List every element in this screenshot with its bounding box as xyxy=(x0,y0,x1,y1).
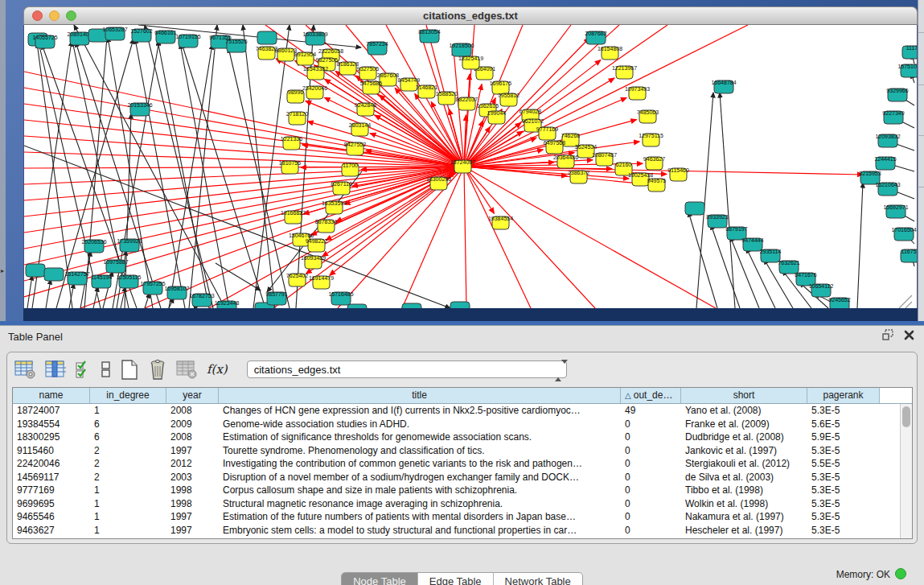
select-columns-button[interactable] xyxy=(74,358,93,381)
column-header-year[interactable]: year xyxy=(166,388,219,403)
table-cell: 2008 xyxy=(166,431,219,444)
table-cell: Investigating the contribution of common… xyxy=(219,457,621,471)
window-titlebar[interactable]: citations_edges.txt xyxy=(23,6,918,25)
table-cell: 22420046 xyxy=(13,457,90,471)
float-panel-icon[interactable] xyxy=(882,329,894,340)
table-row[interactable]: 969969511998Structural magnetic resonanc… xyxy=(13,497,912,511)
network-canvas[interactable]: 1405572520891406106532871527602646616110… xyxy=(23,25,918,308)
graph-node-label: 9857791 xyxy=(265,291,287,297)
graph-node[interactable] xyxy=(450,302,470,308)
table-cell: de Silva et al. (2003) xyxy=(681,471,807,484)
column-header-pagerank[interactable]: pagerank xyxy=(807,388,880,403)
graph-node-label: 23420046 xyxy=(302,85,327,91)
close-panel-icon[interactable] xyxy=(904,330,914,340)
table-cell: Yano et al. (2008) xyxy=(681,404,807,418)
table-row[interactable]: 1938455462009Genome-wide association stu… xyxy=(13,418,912,431)
table-cell: 18300295 xyxy=(13,431,90,444)
table-row[interactable]: 1872400712008Changes of HCN gene express… xyxy=(13,404,912,418)
graph-node-label: 15751074 xyxy=(897,64,917,69)
graph-node[interactable] xyxy=(44,268,64,281)
graph-node-label: 9245652 xyxy=(828,297,850,303)
create-table-button[interactable] xyxy=(119,358,140,381)
row-height-button[interactable] xyxy=(101,358,112,381)
table-row[interactable]: 911546021997Tourette syndrome. Phenomeno… xyxy=(13,444,912,458)
graph-node-label: 6497568 xyxy=(544,140,565,146)
table-settings-icon xyxy=(14,359,36,380)
attribute-table[interactable]: namein_degreeyeartitle△out_de…shortpager… xyxy=(12,387,913,539)
graph-node[interactable] xyxy=(685,202,704,215)
table-row[interactable]: 1830029562008Estimation of significance … xyxy=(13,431,912,444)
table-row[interactable]: 946362711997Embryonic stem cells: a mode… xyxy=(13,524,912,538)
table-cell: 1 xyxy=(90,524,166,538)
table-scrollbar[interactable] xyxy=(900,404,912,538)
table-panel-body: f(x)citations_edges.txt namein_degreeyea… xyxy=(6,352,918,544)
table-settings-button[interactable] xyxy=(14,358,37,381)
table-row[interactable]: 2242004622012Investigating the contribut… xyxy=(13,457,912,471)
graph-node-label: 949575 xyxy=(647,178,666,183)
column-header-out-de-[interactable]: △out_de… xyxy=(621,388,681,403)
graph-node[interactable] xyxy=(26,264,45,277)
table-cell: 5.3E-5 xyxy=(807,524,880,538)
function-builder-button[interactable]: f(x) xyxy=(206,361,228,377)
table-panel-header: Table Panel xyxy=(0,326,924,347)
table-row[interactable]: 977716911998Corpus callosum shape and si… xyxy=(13,484,912,497)
table-select-dropdown[interactable]: citations_edges.txt xyxy=(247,360,567,378)
graph-node-label: 1145194 xyxy=(91,274,113,280)
network-graph[interactable]: 1405572520891406106532871527602646616110… xyxy=(24,25,917,308)
table-cell: 9777169 xyxy=(13,484,90,497)
table-cell: Wolkin et al. (1998) xyxy=(681,497,807,511)
table-cell: 1 xyxy=(90,404,166,418)
table-cell: 1997 xyxy=(166,510,219,524)
table-row[interactable]: 946554611997Estimation of the future num… xyxy=(13,510,912,524)
expand-panel-arrow-icon[interactable]: ▸ xyxy=(1,267,4,274)
table-body[interactable]: 1872400712008Changes of HCN gene express… xyxy=(13,404,912,537)
function-builder-icon: f(x) xyxy=(207,364,228,376)
column-header-short[interactable]: short xyxy=(681,388,807,403)
graph-node[interactable] xyxy=(402,303,421,308)
red-edge xyxy=(464,167,595,308)
graph-node[interactable] xyxy=(347,304,367,308)
column-header-title[interactable]: title xyxy=(219,388,621,403)
delete-rows-button[interactable] xyxy=(147,358,168,381)
table-cell: Embryonic stem cells: a model to study s… xyxy=(219,524,621,538)
column-display-button[interactable] xyxy=(44,358,67,381)
red-edge xyxy=(464,167,494,213)
column-header-name[interactable]: name xyxy=(13,388,90,403)
graph-node-label: 10807487 xyxy=(592,152,617,158)
table-cell: 9699695 xyxy=(13,497,90,511)
table-row[interactable]: 1456911722003Disruption of a novel membe… xyxy=(13,471,912,484)
table-cell: 0 xyxy=(621,484,681,497)
table-cell: 5.3E-5 xyxy=(807,444,880,458)
graph-node-label: 1527602 xyxy=(130,28,152,34)
graph-node[interactable] xyxy=(257,31,277,44)
table-cell: 0 xyxy=(621,418,681,431)
graph-node-label: 20153346 xyxy=(127,102,152,108)
graph-node-label: 18300295 xyxy=(426,176,451,182)
table-cell: 2012 xyxy=(166,457,219,471)
table-cell: Dudbridge et al. (2008) xyxy=(681,431,807,444)
graph-node-label: 11923448 xyxy=(215,300,240,306)
table-select-value: citations_edges.txt xyxy=(254,364,341,376)
resize-grip-icon[interactable] xyxy=(899,295,912,308)
network-view-window[interactable]: citations_edges.txt 14055725208914061065… xyxy=(23,6,918,321)
scrollbar-thumb[interactable] xyxy=(902,406,910,427)
graph-node-label: 10654112 xyxy=(809,283,834,289)
graph-node-label: 9474444 xyxy=(741,237,763,243)
delete-rows-icon xyxy=(148,359,167,381)
delete-table-button[interactable] xyxy=(175,358,199,381)
memory-status-indicator[interactable] xyxy=(895,568,906,579)
graph-node-label: 9115460 xyxy=(667,167,689,173)
column-header-in-degree[interactable]: in_degree xyxy=(90,388,166,403)
table-cell: Tourette syndrome. Phenomenology and cla… xyxy=(219,444,621,458)
graph-node-label: 1244415 xyxy=(874,156,896,162)
graph-node-label: 9827505 xyxy=(316,57,338,63)
table-header-row[interactable]: namein_degreeyeartitle△out_de…shortpager… xyxy=(13,388,912,404)
red-edge xyxy=(415,94,464,167)
graph-node-label: 17016504 xyxy=(891,227,916,233)
table-cell: 18724007 xyxy=(13,404,90,418)
table-cell: Hescheler et al. (1997) xyxy=(681,524,807,538)
graph-node-label: 10025438 xyxy=(628,172,653,178)
graph-node-label: 9329966 xyxy=(886,88,908,93)
table-cell: 0 xyxy=(621,457,681,471)
graph-node-label: 6879197 xyxy=(725,226,747,232)
